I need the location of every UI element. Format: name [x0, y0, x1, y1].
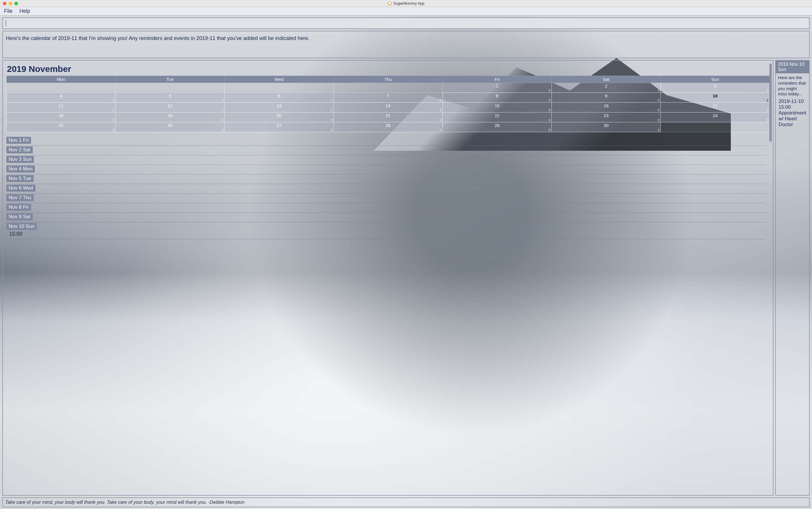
calendar-day-number: 30 — [604, 123, 608, 128]
calendar-day-number: 3 — [714, 83, 716, 89]
calendar-cell[interactable]: 270 — [224, 122, 333, 132]
calendar-day-count: 1 — [767, 99, 769, 102]
calendar-cell[interactable]: 30 — [661, 83, 770, 93]
calendar-day-count: 0 — [658, 109, 660, 112]
calendar-day-number: 29 — [495, 123, 500, 128]
calendar-day-count: 0 — [439, 118, 442, 122]
calendar-title: 2019 November — [7, 64, 770, 74]
calendar-day-number: 10 — [713, 93, 718, 98]
day-row[interactable]: Nov 8 Fri — [6, 203, 766, 213]
calendar-day-count: 0 — [331, 109, 332, 112]
calendar-day-number: 4 — [60, 93, 62, 98]
calendar-cell — [116, 83, 224, 93]
command-box[interactable] — [2, 18, 810, 29]
calendar-cell[interactable]: 180 — [7, 112, 116, 122]
calendar-day-number: 7 — [387, 93, 389, 98]
calendar-day-count: 0 — [331, 99, 332, 102]
calendar-cell[interactable]: 290 — [443, 122, 552, 132]
calendar-cell[interactable]: 250 — [7, 122, 116, 132]
footer-quote: Take care of your mind, your body will t… — [2, 498, 810, 507]
calendar-day-count: 0 — [767, 109, 769, 112]
calendar-cell[interactable]: 240 — [661, 112, 770, 122]
calendar-grid: MonTueWedThuFriSatSun 102030405060708090… — [6, 76, 770, 132]
calendar-day-number: 15 — [495, 103, 500, 108]
calendar-cell[interactable]: 101 — [661, 93, 770, 103]
day-row[interactable]: Nov 3 Sun — [6, 156, 766, 165]
calendar-cell[interactable]: 40 — [7, 93, 116, 103]
calendar-day-count: 0 — [549, 99, 551, 102]
calendar-cell[interactable]: 210 — [333, 112, 443, 122]
calendar-day-number: 23 — [604, 113, 608, 118]
calendar-cell[interactable]: 50 — [116, 93, 224, 103]
day-row[interactable]: Nov 5 Tue — [6, 174, 766, 184]
calendar-day-count: 0 — [549, 128, 551, 132]
calendar-cell[interactable]: 90 — [552, 93, 661, 103]
calendar-day-number: 24 — [713, 113, 718, 118]
calendar-cell[interactable]: 70 — [333, 93, 443, 103]
day-row[interactable]: Nov 9 Sat — [6, 213, 766, 222]
calendar-cell[interactable]: 260 — [116, 122, 224, 132]
calendar-cell[interactable]: 10 — [443, 83, 552, 93]
calendar-day-number: 18 — [59, 113, 64, 118]
calendar-cell[interactable]: 80 — [443, 93, 552, 103]
calendar-day-count: 0 — [658, 128, 660, 132]
calendar-cell[interactable]: 170 — [661, 103, 770, 112]
status-message-text: Here's the calendar of 2019-11 that I'm … — [6, 35, 310, 41]
calendar-cell[interactable]: 160 — [552, 103, 661, 112]
reminder-item[interactable]: 2019-11-10 15:00Appointment w/ Heart Doc… — [776, 97, 809, 129]
calendar-day-number: 13 — [277, 103, 282, 108]
calendar-cell[interactable]: 140 — [333, 103, 443, 112]
calendar-day-number: 27 — [277, 123, 282, 128]
day-chip: Nov 10 Sun — [6, 223, 37, 230]
day-row[interactable]: Nov 4 Mon — [6, 165, 766, 174]
calendar-day-count: 0 — [222, 118, 223, 122]
calendar-header-tue: Tue — [116, 76, 224, 83]
day-row[interactable]: Nov 6 Wed — [6, 184, 766, 194]
day-row[interactable]: Nov 7 Thu — [6, 194, 766, 203]
calendar-header-sat: Sat — [552, 76, 661, 83]
command-input[interactable] — [6, 21, 807, 26]
menu-file[interactable]: File — [4, 8, 12, 14]
day-row[interactable]: Nov 1 Fri — [6, 136, 766, 146]
calendar-cell[interactable]: 280 — [333, 122, 443, 132]
calendar-day-number: 17 — [713, 103, 718, 108]
day-chip: Nov 4 Mon — [6, 166, 35, 172]
calendar-pane: 2019 November MonTueWedThuFriSatSun 1020… — [2, 60, 773, 496]
calendar-cell[interactable]: 190 — [116, 112, 224, 122]
reminder-note: Here are the reminders that you might mi… — [776, 73, 809, 97]
day-row[interactable]: Nov 2 Sat — [6, 146, 766, 156]
calendar-cell[interactable]: 20 — [552, 83, 661, 93]
calendar-cell[interactable]: 150 — [443, 103, 552, 112]
calendar-cell[interactable]: 120 — [116, 103, 224, 112]
calendar-cell[interactable]: 220 — [443, 112, 552, 122]
calendar-cell[interactable]: 110 — [7, 103, 116, 112]
day-row[interactable]: Nov 10 Sun15:00 — [6, 222, 766, 239]
calendar-day-count: 0 — [658, 89, 660, 92]
calendar-cell[interactable]: 300 — [552, 122, 661, 132]
calendar-day-count: 0 — [113, 99, 114, 102]
window-title-text: SugarMummy App — [393, 1, 425, 5]
calendar-cell[interactable]: 230 — [552, 112, 661, 122]
calendar-cell — [7, 83, 116, 93]
calendar-day-number: 6 — [278, 93, 280, 98]
calendar-cell[interactable]: 130 — [224, 103, 333, 112]
zoom-icon[interactable] — [14, 2, 18, 5]
calendar-day-number: 26 — [168, 123, 172, 128]
calendar-day-count: 0 — [658, 118, 660, 122]
calendar-cell[interactable]: 60 — [224, 93, 333, 103]
calendar-day-number: 28 — [386, 123, 391, 128]
calendar-header-fri: Fri — [443, 76, 552, 83]
footer-quote-text: Take care of your mind, your body will t… — [5, 500, 245, 505]
minimize-icon[interactable] — [9, 2, 12, 5]
close-icon[interactable] — [3, 2, 6, 5]
menu-help[interactable]: Help — [20, 8, 30, 14]
calendar-header-sun: Sun — [661, 76, 770, 83]
calendar-day-count: 0 — [767, 118, 769, 122]
calendar-day-number: 16 — [604, 103, 608, 108]
calendar-day-count: 0 — [549, 109, 551, 112]
day-chip: Nov 9 Sat — [6, 213, 33, 220]
day-event[interactable]: 15:00 — [6, 230, 766, 237]
day-list[interactable]: Nov 1 FriNov 2 SatNov 3 SunNov 4 MonNov … — [6, 136, 770, 492]
calendar-cell[interactable]: 200 — [224, 112, 333, 122]
calendar-cell — [333, 83, 443, 93]
